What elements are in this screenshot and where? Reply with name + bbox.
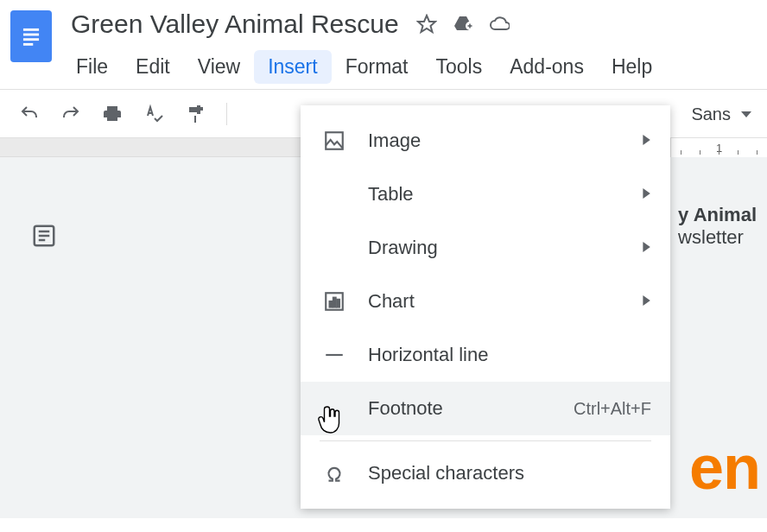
menu-item-label: Table [368, 183, 651, 206]
svg-marker-5 [418, 16, 435, 32]
font-name-label: Sans [691, 104, 731, 124]
menu-item-label: Special characters [368, 462, 651, 484]
menu-file[interactable]: File [62, 50, 122, 84]
menu-item-footnote[interactable]: Footnote Ctrl+Alt+F [301, 382, 670, 435]
menu-format[interactable]: Format [332, 50, 422, 84]
print-button[interactable] [97, 98, 128, 130]
svg-marker-18 [643, 188, 650, 199]
doc-subheading-fragment: wsletter [678, 226, 757, 249]
menu-item-label: Horizontal line [368, 344, 651, 366]
svg-marker-19 [643, 242, 650, 252]
svg-marker-17 [643, 135, 650, 145]
paint-format-button[interactable] [180, 98, 211, 130]
menu-item-image[interactable]: Image [301, 114, 670, 168]
menu-item-label: Drawing [368, 237, 651, 259]
chevron-down-icon [741, 111, 751, 117]
chevron-right-icon [641, 187, 651, 201]
svg-rect-21 [330, 301, 333, 307]
chevron-right-icon [641, 134, 651, 148]
drive-add-icon[interactable] [451, 12, 475, 36]
menu-insert[interactable]: Insert [254, 50, 332, 84]
redo-button[interactable] [55, 98, 86, 130]
docs-logo[interactable] [10, 10, 52, 62]
chevron-right-icon [641, 241, 651, 255]
svg-marker-24 [643, 295, 650, 306]
menubar: File Edit View Insert Format Tools Add-o… [62, 50, 767, 84]
menu-item-horizontal-line[interactable]: Horizontal line [301, 328, 670, 382]
menu-item-special-characters[interactable]: Special characters [301, 446, 670, 500]
font-family-select[interactable]: Sans [691, 90, 751, 138]
svg-rect-2 [23, 34, 39, 36]
document-title[interactable]: Green Valley Animal Rescue [67, 7, 403, 41]
menu-item-label: Image [368, 130, 651, 152]
spellcheck-button[interactable] [138, 98, 169, 130]
insert-menu-dropdown: Image Table Drawing Chart Horizontal lin… [301, 105, 670, 509]
menu-item-table[interactable]: Table [301, 168, 670, 221]
header: Green Valley Animal Rescue [0, 0, 767, 84]
star-icon[interactable] [415, 12, 439, 36]
svg-rect-22 [333, 298, 336, 307]
undo-button[interactable] [14, 98, 45, 130]
title-row: Green Valley Animal Rescue [67, 7, 767, 41]
svg-rect-23 [337, 300, 339, 307]
horizontal-line-icon [320, 344, 349, 366]
menu-view[interactable]: View [184, 50, 254, 84]
menu-separator [320, 440, 651, 441]
cloud-saved-icon[interactable] [487, 12, 511, 36]
menu-item-shortcut: Ctrl+Alt+F [574, 399, 651, 419]
chevron-right-icon [641, 294, 651, 308]
svg-rect-4 [23, 43, 33, 46]
docs-document-icon [19, 22, 43, 51]
menu-help[interactable]: Help [598, 50, 666, 84]
menu-item-chart[interactable]: Chart [301, 275, 670, 328]
chart-icon [320, 290, 349, 313]
ruler-segment: 1 [670, 138, 767, 157]
image-icon [320, 130, 349, 152]
doc-heading-fragment: y Animal [678, 204, 757, 226]
doc-orange-fragment: en [689, 432, 760, 503]
menu-tools[interactable]: Tools [422, 50, 497, 84]
svg-rect-1 [23, 28, 39, 31]
menu-edit[interactable]: Edit [122, 50, 184, 84]
toolbar-separator [226, 103, 227, 125]
document-outline-button[interactable] [29, 221, 59, 250]
menu-item-label: Footnote [368, 397, 574, 420]
document-visible-text: y Animal wsletter [678, 204, 757, 249]
menu-item-label: Chart [368, 290, 651, 313]
title-area: Green Valley Animal Rescue [67, 7, 767, 84]
menu-item-drawing[interactable]: Drawing [301, 221, 670, 275]
svg-rect-3 [23, 38, 39, 41]
svg-rect-11 [469, 24, 471, 28]
omega-icon [320, 462, 349, 484]
menu-addons[interactable]: Add-ons [496, 50, 598, 84]
